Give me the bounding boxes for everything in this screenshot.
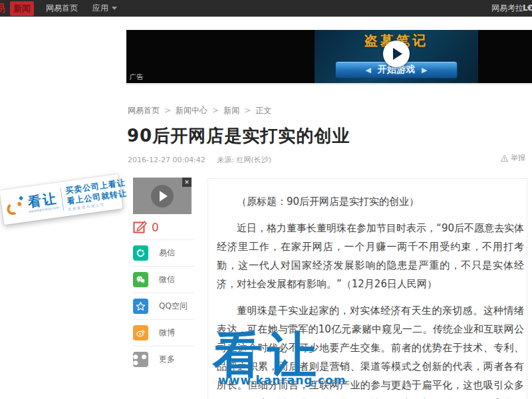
sticker-brand-block: 看让 www.kanrang.com — [27, 191, 59, 213]
video-thumbnail[interactable]: ✕ — [133, 178, 192, 214]
ad-play-button[interactable] — [383, 41, 410, 67]
breadcrumb-home[interactable]: 网易首页 — [128, 106, 160, 115]
article-paragraph: 董明珠是干实业起家的，对实体经济有天生的亲切感。这种情绪表达，可在她与雷军的10… — [217, 301, 524, 399]
play-icon — [393, 48, 402, 60]
share-item-label: 微博 — [159, 327, 175, 338]
comment-count: 0 — [152, 221, 159, 234]
article-source[interactable]: 红网(长沙) — [237, 156, 272, 164]
play-icon — [160, 191, 168, 201]
share-item-label: 微信 — [159, 274, 175, 285]
article-paragraph: （原标题：90后开网店是实打实的创业） — [217, 192, 524, 211]
report-label: 举报 — [511, 153, 525, 163]
share-item-wechat[interactable]: 微信 — [133, 266, 194, 293]
ad-banner[interactable]: 盗墓笔记 ◀ 开始游戏 ▶ 广告 — [126, 30, 532, 83]
share-item-weibo[interactable]: 微博 — [133, 319, 194, 346]
menu-item-apps-label: 应用 — [92, 3, 108, 14]
top-menu: 网易首页 应用 — [46, 3, 117, 14]
ad-label: 广告 — [130, 72, 143, 82]
menu-item-home-label: 网易首页 — [46, 3, 78, 14]
menu-item-home[interactable]: 网易首页 — [46, 3, 78, 14]
page-title: 90后开网店是实打实的创业 — [127, 124, 350, 148]
share-item-more[interactable]: ● ● ● 更多 — [133, 346, 194, 372]
menu-item-apps[interactable]: 应用 — [92, 3, 117, 14]
breadcrumb: 网易首页>新闻中心>新闻>正文 — [128, 105, 271, 116]
source-label: 来源: — [217, 156, 234, 164]
breadcrumb-separator: > — [212, 106, 219, 115]
article-meta: 2016-12-27 00:04:42 来源: 红网(长沙) — [128, 155, 271, 165]
article-content: （原标题：90后开网店是实打实的创业） 近日，格力董事长董明珠在参加节目时表示，… — [207, 178, 527, 399]
qzone-star-icon — [133, 299, 148, 314]
arrow-right-icon: ▶ — [422, 66, 427, 74]
chevron-down-icon — [112, 7, 117, 10]
netease-logo-partial[interactable]: 易 — [0, 1, 9, 16]
sticker-slogans: 买卖公司上看让 看上公司就转让 百都集团有限公司 — [65, 178, 128, 211]
more-dots-icon: ● ● ● — [133, 352, 148, 367]
yixin-icon — [133, 245, 148, 261]
kanrang-logo-icon — [5, 195, 25, 217]
warning-icon — [501, 155, 508, 162]
video-play-button[interactable] — [151, 185, 174, 207]
share-item-yixin[interactable]: 易信 — [133, 239, 194, 266]
article-date: 2016-12-27 00:04:42 — [128, 156, 205, 164]
article-paragraph: 近日，格力董事长董明珠在参加节目时表示，“90后不愿意去实体经济里工作，在家开网… — [217, 219, 524, 293]
game-ad-image[interactable]: 盗墓笔记 ◀ 开始游戏 ▶ — [315, 30, 478, 83]
kanrang-sticker-banner: 看让 www.kanrang.com 买卖公司上看让 看上公司就转让 百都集团有… — [0, 174, 123, 225]
wechat-icon — [133, 272, 148, 287]
menu-item-kaola-label: 网易考拉 — [491, 3, 523, 14]
comment-pencil-icon — [133, 220, 148, 234]
close-icon[interactable]: ✕ — [182, 178, 192, 187]
weibo-icon — [133, 325, 148, 340]
arrow-left-icon: ◀ — [366, 66, 371, 74]
comment-entry[interactable]: 0 — [133, 220, 159, 234]
share-item-label: QQ空间 — [159, 301, 188, 312]
breadcrumb-separator: > — [244, 106, 251, 115]
banner-divider — [126, 84, 532, 84]
sticker-divider — [61, 188, 65, 211]
more-dots-glyph: ● ● ● — [133, 354, 148, 366]
menu-item-lofter-clipped[interactable]: LO — [523, 3, 532, 13]
breadcrumb-news[interactable]: 新闻 — [223, 106, 239, 115]
breadcrumb-news-center[interactable]: 新闻中心 — [176, 106, 207, 115]
share-item-label: 更多 — [159, 354, 175, 365]
share-item-qzone[interactable]: QQ空间 — [133, 293, 194, 319]
report-button[interactable]: 举报 — [501, 153, 525, 163]
breadcrumb-current: 正文 — [255, 106, 271, 115]
news-logo[interactable]: 新闻 — [10, 1, 34, 16]
share-item-label: 易信 — [159, 247, 175, 259]
breadcrumb-separator: > — [164, 106, 171, 115]
share-list: 易信 微信 QQ空间 — [133, 239, 194, 372]
top-navbar: 易 新闻 网易首页 应用 网易考拉 LO — [0, 0, 532, 17]
